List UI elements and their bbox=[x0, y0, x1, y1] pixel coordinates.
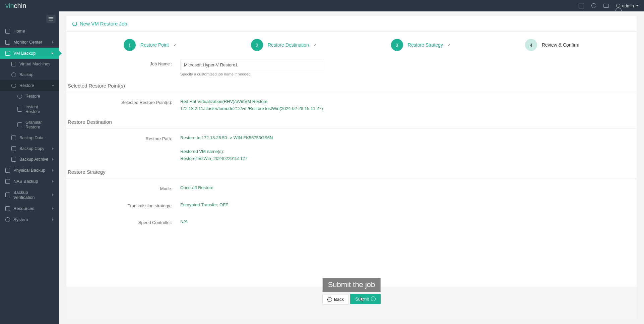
wizard-step-4[interactable]: 4 Review & Confirm bbox=[525, 39, 579, 51]
chevron-right-icon bbox=[52, 180, 54, 183]
chevron-down-icon bbox=[51, 53, 54, 54]
row-restore-path: Restore Path: Restore to 172.18.26.50 ->… bbox=[66, 132, 637, 164]
nav-instant-restore-label: Instant Restore bbox=[25, 105, 54, 114]
row-mode: Mode: Once-off Restore bbox=[66, 182, 637, 194]
step-label-4: Review & Confirm bbox=[542, 42, 579, 48]
topbar-right: admin bbox=[579, 3, 639, 8]
logo-part1: vin bbox=[5, 2, 14, 10]
nav-backup-label: Backup bbox=[19, 72, 34, 77]
submit-button-label: Submit bbox=[355, 296, 369, 302]
step-label-3: Restore Strategy bbox=[408, 42, 443, 48]
nav-backup-verification-label: Backup Verification bbox=[13, 190, 49, 200]
nav-virtual-machines-label: Virtual Machines bbox=[19, 62, 50, 66]
restored-vm-value: RestoreTestWin_20240229151127 bbox=[180, 155, 637, 162]
restore-icon bbox=[11, 83, 16, 88]
speed-value: N/A bbox=[180, 218, 637, 225]
job-name-label: Job Name : bbox=[66, 60, 180, 66]
sidebar: Home Monitor Center VM Backup Virtual Ma… bbox=[0, 11, 59, 324]
nav-instant-restore[interactable]: Instant Restore bbox=[0, 102, 59, 117]
home-icon bbox=[5, 29, 10, 34]
nav-home-label: Home bbox=[13, 29, 25, 34]
nav-restore-label: Restore bbox=[19, 83, 34, 88]
chevron-right-icon bbox=[52, 207, 54, 210]
submit-button[interactable]: Submit → bbox=[350, 294, 380, 304]
backup-verification-icon bbox=[5, 193, 10, 197]
panel: New VM Restore Job 1 Restore Point ✔ 2 R… bbox=[66, 16, 637, 319]
arrow-right-icon: → bbox=[371, 296, 376, 301]
user-menu[interactable]: admin bbox=[616, 3, 639, 8]
chevron-right-icon bbox=[52, 169, 54, 172]
nav-backup-data-label: Backup Data bbox=[19, 136, 44, 140]
sub-nav-vm-backup: Virtual Machines Backup Restore Restore bbox=[0, 59, 59, 165]
nav-vm-backup[interactable]: VM Backup bbox=[0, 48, 59, 59]
resources-icon bbox=[5, 206, 10, 211]
restore-path-value: Restore to 172.18.26.50 -> WIN-FK56753GS… bbox=[180, 134, 637, 162]
nav-backup-copy[interactable]: Backup Copy bbox=[0, 143, 59, 154]
arrow-left-icon: ← bbox=[327, 297, 332, 302]
nav-nas-backup-label: NAS Backup bbox=[13, 179, 38, 184]
nav-system-label: System bbox=[13, 217, 28, 222]
monitor-icon[interactable] bbox=[603, 4, 609, 8]
nav-backup-data[interactable]: Backup Data bbox=[0, 132, 59, 143]
user-icon bbox=[616, 4, 620, 8]
nav-backup-archive[interactable]: Backup Archive bbox=[0, 154, 59, 165]
check-icon: ✔ bbox=[174, 43, 177, 47]
nav-granular-restore-label: Granular Restore bbox=[25, 120, 54, 129]
nas-backup-icon bbox=[5, 179, 10, 184]
bell-icon[interactable] bbox=[591, 3, 596, 8]
nav-physical-backup-label: Physical Backup bbox=[13, 168, 45, 173]
nav-backup[interactable]: Backup bbox=[0, 69, 59, 80]
restore-sub-icon bbox=[17, 94, 22, 99]
vm-icon bbox=[11, 62, 16, 66]
speed-label: Speed Controller: bbox=[66, 218, 180, 225]
backup-data-icon bbox=[11, 136, 16, 140]
logo-part2: chin bbox=[14, 2, 26, 10]
panel-body: Job Name : Specify a customized job name… bbox=[66, 55, 637, 287]
nav-monitor-center[interactable]: Monitor Center bbox=[0, 37, 59, 48]
logo: vinchin bbox=[5, 2, 26, 10]
refresh-icon bbox=[72, 21, 77, 26]
nav-restore-sub-label: Restore bbox=[25, 94, 40, 99]
chevron-right-icon bbox=[52, 194, 54, 196]
job-name-input[interactable] bbox=[180, 60, 324, 70]
sidebar-toggle[interactable] bbox=[46, 15, 56, 23]
nav-resources[interactable]: Resources bbox=[0, 203, 59, 214]
nav-backup-copy-label: Backup Copy bbox=[19, 146, 44, 151]
back-button[interactable]: ← Back bbox=[322, 294, 349, 305]
row-transmission: Transmission strategy.: Encrypted Transf… bbox=[66, 200, 637, 211]
transmission-value: Encrypted Transfer: OFF bbox=[180, 202, 637, 209]
wizard-step-2[interactable]: 2 Restore Destination ✔ bbox=[251, 39, 317, 51]
physical-backup-icon bbox=[5, 168, 10, 173]
backup-copy-icon bbox=[11, 146, 16, 151]
sub-nav-restore: Restore Instant Restore Granular Restore bbox=[0, 91, 59, 132]
content: New VM Restore Job 1 Restore Point ✔ 2 R… bbox=[59, 11, 644, 324]
step-label-1: Restore Point bbox=[140, 42, 169, 48]
monitor-center-icon bbox=[5, 40, 10, 45]
wizard-step-3[interactable]: 3 Restore Strategy ✔ bbox=[391, 39, 451, 51]
nav-system[interactable]: System bbox=[0, 214, 59, 225]
nav-restore-sub[interactable]: Restore bbox=[0, 91, 59, 102]
nav-physical-backup[interactable]: Physical Backup bbox=[0, 165, 59, 176]
selected-points-line1: Red Hat Virtualization(RHV)/oVirtVM Rest… bbox=[180, 98, 637, 105]
chevron-right-icon bbox=[52, 41, 54, 44]
nav-home[interactable]: Home bbox=[0, 25, 59, 37]
nav-nas-backup[interactable]: NAS Backup bbox=[0, 176, 59, 187]
step-num-1: 1 bbox=[124, 39, 136, 51]
nav-virtual-machines[interactable]: Virtual Machines bbox=[0, 59, 59, 69]
nav-granular-restore[interactable]: Granular Restore bbox=[0, 117, 59, 132]
wizard-step-1[interactable]: 1 Restore Point ✔ bbox=[124, 39, 177, 51]
mode-label: Mode: bbox=[66, 184, 180, 191]
topbar: vinchin admin bbox=[0, 0, 644, 11]
list-icon[interactable] bbox=[579, 3, 584, 8]
restore-path-line: Restore to 172.18.26.50 -> WIN-FK56753GS… bbox=[180, 134, 637, 142]
restored-vm-label: Restored VM name(s): bbox=[180, 148, 637, 155]
page-title: New VM Restore Job bbox=[80, 21, 127, 26]
chevron-right-icon bbox=[52, 218, 54, 221]
nav-backup-verification[interactable]: Backup Verification bbox=[0, 187, 59, 203]
chevron-right-icon bbox=[52, 147, 54, 150]
nav-restore[interactable]: Restore bbox=[0, 80, 59, 91]
instant-restore-icon bbox=[17, 107, 22, 112]
granular-restore-icon bbox=[17, 122, 22, 127]
step-num-4: 4 bbox=[525, 39, 537, 51]
step-num-2: 2 bbox=[251, 39, 263, 51]
